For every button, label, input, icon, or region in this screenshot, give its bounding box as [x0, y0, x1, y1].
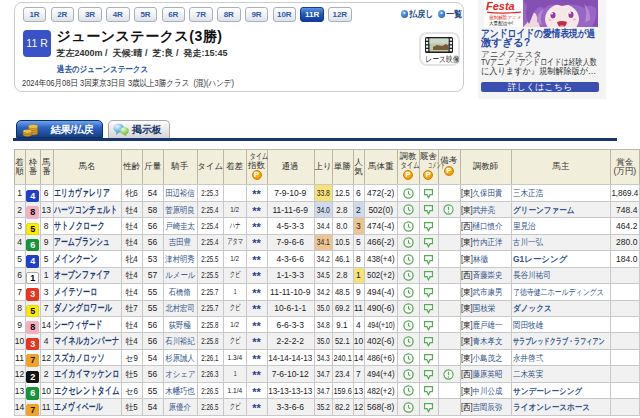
svg-text:Festa: Festa: [486, 0, 515, 12]
